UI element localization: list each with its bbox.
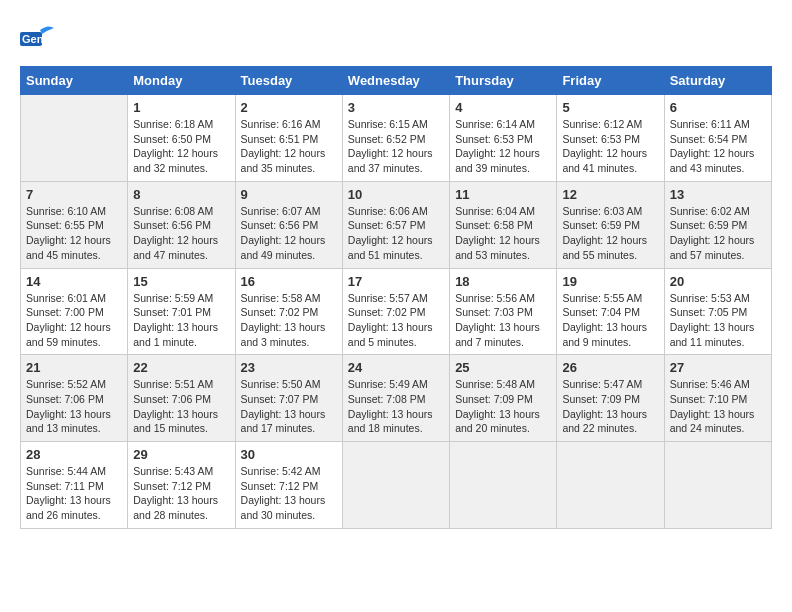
calendar-table: SundayMondayTuesdayWednesdayThursdayFrid… [20,66,772,529]
day-details: Sunrise: 5:42 AMSunset: 7:12 PMDaylight:… [241,464,337,523]
calendar-cell: 1Sunrise: 6:18 AMSunset: 6:50 PMDaylight… [128,95,235,182]
page-header: Gen [20,20,772,56]
calendar-cell [664,442,771,529]
calendar-cell: 6Sunrise: 6:11 AMSunset: 6:54 PMDaylight… [664,95,771,182]
day-number: 8 [133,187,229,202]
calendar-cell: 16Sunrise: 5:58 AMSunset: 7:02 PMDayligh… [235,268,342,355]
calendar-cell: 30Sunrise: 5:42 AMSunset: 7:12 PMDayligh… [235,442,342,529]
day-number: 27 [670,360,766,375]
logo: Gen [20,20,60,56]
day-header-wednesday: Wednesday [342,67,449,95]
calendar-cell: 17Sunrise: 5:57 AMSunset: 7:02 PMDayligh… [342,268,449,355]
day-details: Sunrise: 6:01 AMSunset: 7:00 PMDaylight:… [26,291,122,350]
day-details: Sunrise: 6:18 AMSunset: 6:50 PMDaylight:… [133,117,229,176]
calendar-cell: 8Sunrise: 6:08 AMSunset: 6:56 PMDaylight… [128,181,235,268]
calendar-cell: 26Sunrise: 5:47 AMSunset: 7:09 PMDayligh… [557,355,664,442]
day-details: Sunrise: 5:55 AMSunset: 7:04 PMDaylight:… [562,291,658,350]
day-number: 2 [241,100,337,115]
day-number: 3 [348,100,444,115]
day-details: Sunrise: 6:07 AMSunset: 6:56 PMDaylight:… [241,204,337,263]
day-number: 29 [133,447,229,462]
calendar-cell: 4Sunrise: 6:14 AMSunset: 6:53 PMDaylight… [450,95,557,182]
day-number: 28 [26,447,122,462]
day-details: Sunrise: 6:14 AMSunset: 6:53 PMDaylight:… [455,117,551,176]
calendar-cell: 25Sunrise: 5:48 AMSunset: 7:09 PMDayligh… [450,355,557,442]
calendar-cell: 15Sunrise: 5:59 AMSunset: 7:01 PMDayligh… [128,268,235,355]
day-number: 4 [455,100,551,115]
day-details: Sunrise: 6:02 AMSunset: 6:59 PMDaylight:… [670,204,766,263]
day-number: 30 [241,447,337,462]
day-number: 12 [562,187,658,202]
calendar-cell: 9Sunrise: 6:07 AMSunset: 6:56 PMDaylight… [235,181,342,268]
calendar-cell: 20Sunrise: 5:53 AMSunset: 7:05 PMDayligh… [664,268,771,355]
calendar-cell: 28Sunrise: 5:44 AMSunset: 7:11 PMDayligh… [21,442,128,529]
day-number: 16 [241,274,337,289]
calendar-cell: 22Sunrise: 5:51 AMSunset: 7:06 PMDayligh… [128,355,235,442]
calendar-cell: 7Sunrise: 6:10 AMSunset: 6:55 PMDaylight… [21,181,128,268]
calendar-cell: 5Sunrise: 6:12 AMSunset: 6:53 PMDaylight… [557,95,664,182]
day-details: Sunrise: 5:48 AMSunset: 7:09 PMDaylight:… [455,377,551,436]
day-details: Sunrise: 6:08 AMSunset: 6:56 PMDaylight:… [133,204,229,263]
day-number: 17 [348,274,444,289]
calendar-cell: 24Sunrise: 5:49 AMSunset: 7:08 PMDayligh… [342,355,449,442]
day-details: Sunrise: 5:50 AMSunset: 7:07 PMDaylight:… [241,377,337,436]
day-number: 6 [670,100,766,115]
calendar-cell [21,95,128,182]
calendar-cell: 2Sunrise: 6:16 AMSunset: 6:51 PMDaylight… [235,95,342,182]
day-header-sunday: Sunday [21,67,128,95]
calendar-cell: 3Sunrise: 6:15 AMSunset: 6:52 PMDaylight… [342,95,449,182]
calendar-cell: 29Sunrise: 5:43 AMSunset: 7:12 PMDayligh… [128,442,235,529]
day-details: Sunrise: 5:57 AMSunset: 7:02 PMDaylight:… [348,291,444,350]
day-number: 18 [455,274,551,289]
day-details: Sunrise: 5:47 AMSunset: 7:09 PMDaylight:… [562,377,658,436]
day-number: 5 [562,100,658,115]
day-number: 11 [455,187,551,202]
day-number: 1 [133,100,229,115]
day-details: Sunrise: 5:44 AMSunset: 7:11 PMDaylight:… [26,464,122,523]
day-details: Sunrise: 6:15 AMSunset: 6:52 PMDaylight:… [348,117,444,176]
day-details: Sunrise: 6:16 AMSunset: 6:51 PMDaylight:… [241,117,337,176]
day-number: 20 [670,274,766,289]
day-number: 15 [133,274,229,289]
calendar-cell: 21Sunrise: 5:52 AMSunset: 7:06 PMDayligh… [21,355,128,442]
calendar-cell: 27Sunrise: 5:46 AMSunset: 7:10 PMDayligh… [664,355,771,442]
calendar-cell: 10Sunrise: 6:06 AMSunset: 6:57 PMDayligh… [342,181,449,268]
day-header-friday: Friday [557,67,664,95]
svg-text:Gen: Gen [22,33,44,45]
day-number: 19 [562,274,658,289]
day-number: 7 [26,187,122,202]
day-details: Sunrise: 6:12 AMSunset: 6:53 PMDaylight:… [562,117,658,176]
day-header-tuesday: Tuesday [235,67,342,95]
day-number: 22 [133,360,229,375]
day-number: 9 [241,187,337,202]
day-number: 23 [241,360,337,375]
calendar-cell [342,442,449,529]
day-details: Sunrise: 5:53 AMSunset: 7:05 PMDaylight:… [670,291,766,350]
day-number: 21 [26,360,122,375]
calendar-cell: 11Sunrise: 6:04 AMSunset: 6:58 PMDayligh… [450,181,557,268]
calendar-cell: 12Sunrise: 6:03 AMSunset: 6:59 PMDayligh… [557,181,664,268]
day-details: Sunrise: 5:52 AMSunset: 7:06 PMDaylight:… [26,377,122,436]
day-number: 13 [670,187,766,202]
day-details: Sunrise: 5:58 AMSunset: 7:02 PMDaylight:… [241,291,337,350]
day-details: Sunrise: 5:59 AMSunset: 7:01 PMDaylight:… [133,291,229,350]
day-details: Sunrise: 5:43 AMSunset: 7:12 PMDaylight:… [133,464,229,523]
calendar-cell: 14Sunrise: 6:01 AMSunset: 7:00 PMDayligh… [21,268,128,355]
calendar-cell: 19Sunrise: 5:55 AMSunset: 7:04 PMDayligh… [557,268,664,355]
day-details: Sunrise: 6:03 AMSunset: 6:59 PMDaylight:… [562,204,658,263]
day-details: Sunrise: 6:06 AMSunset: 6:57 PMDaylight:… [348,204,444,263]
day-details: Sunrise: 5:56 AMSunset: 7:03 PMDaylight:… [455,291,551,350]
day-number: 14 [26,274,122,289]
day-details: Sunrise: 6:04 AMSunset: 6:58 PMDaylight:… [455,204,551,263]
day-header-thursday: Thursday [450,67,557,95]
day-number: 25 [455,360,551,375]
calendar-cell [450,442,557,529]
day-details: Sunrise: 5:46 AMSunset: 7:10 PMDaylight:… [670,377,766,436]
calendar-cell [557,442,664,529]
day-details: Sunrise: 5:49 AMSunset: 7:08 PMDaylight:… [348,377,444,436]
day-number: 26 [562,360,658,375]
calendar-cell: 18Sunrise: 5:56 AMSunset: 7:03 PMDayligh… [450,268,557,355]
day-number: 10 [348,187,444,202]
calendar-cell: 13Sunrise: 6:02 AMSunset: 6:59 PMDayligh… [664,181,771,268]
day-header-saturday: Saturday [664,67,771,95]
